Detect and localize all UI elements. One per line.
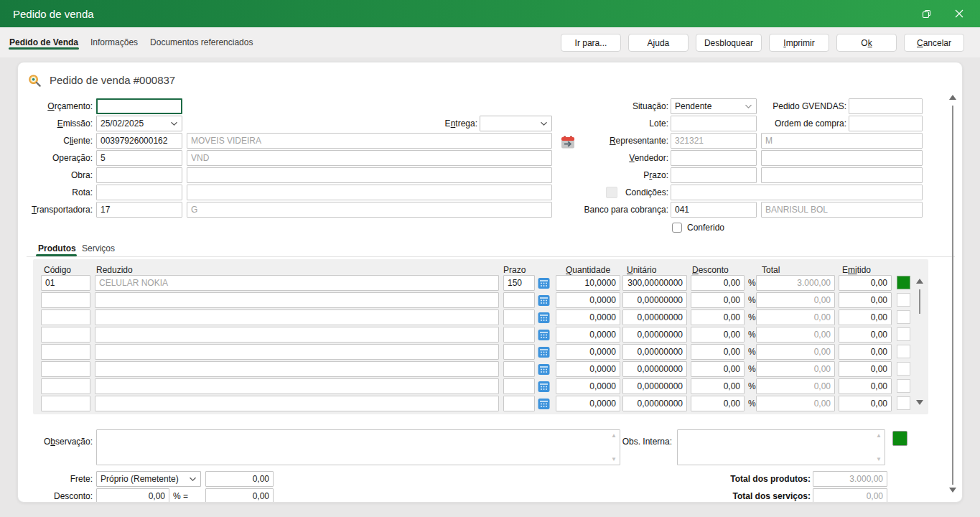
row-calendar-button[interactable]	[536, 294, 551, 307]
row-total-input[interactable]	[756, 378, 835, 394]
imprimir-button[interactable]: Imprimir	[769, 34, 829, 52]
row-desconto-input[interactable]	[691, 378, 745, 394]
row-codigo-input[interactable]	[41, 378, 90, 394]
desconto-valor-input[interactable]	[205, 488, 274, 503]
prazo-name-input[interactable]	[761, 167, 923, 183]
restore-window-button[interactable]	[910, 0, 943, 27]
orcamento-input[interactable]	[96, 98, 182, 114]
row-emitido-input[interactable]	[839, 309, 892, 325]
row-reduzido-input[interactable]	[95, 378, 499, 394]
tab-produtos[interactable]: Produtos	[38, 243, 76, 253]
desbloquear-button[interactable]: Desbloquear	[696, 34, 762, 52]
ok-button[interactable]: Ok	[836, 34, 897, 52]
representante-code-input[interactable]	[671, 133, 757, 149]
row-emitido-input[interactable]	[839, 344, 892, 360]
row-reduzido-input[interactable]	[95, 361, 499, 377]
row-total-input[interactable]	[756, 275, 835, 291]
row-total-input[interactable]	[756, 327, 835, 343]
scroll-up-icon[interactable]	[949, 95, 956, 100]
row-codigo-input[interactable]	[41, 275, 90, 291]
row-calendar-button[interactable]	[536, 397, 551, 410]
rota-code-input[interactable]	[96, 185, 182, 200]
banco-cobranca-name-input[interactable]	[761, 202, 923, 218]
frete-dropdown[interactable]: Próprio (Remetente)	[96, 471, 201, 487]
row-emitido-input[interactable]	[839, 327, 892, 343]
scroll-up-icon[interactable]: ▲	[876, 432, 882, 439]
row-prazo-input[interactable]	[503, 327, 535, 343]
row-reduzido-input[interactable]	[95, 275, 499, 291]
ir-para-button[interactable]: Ir para...	[561, 34, 621, 52]
row-unitario-input[interactable]	[622, 275, 687, 291]
row-total-input[interactable]	[756, 361, 835, 377]
total-produtos-input[interactable]	[813, 471, 887, 487]
row-quantidade-input[interactable]	[556, 344, 620, 360]
transportadora-code-input[interactable]	[96, 202, 182, 218]
cliente-code-input[interactable]	[96, 133, 182, 149]
row-prazo-input[interactable]	[503, 309, 535, 325]
emissao-dropdown[interactable]: 25/02/2025	[96, 116, 182, 131]
row-reduzido-input[interactable]	[95, 327, 499, 343]
representante-name-input[interactable]	[761, 133, 923, 149]
row-quantidade-input[interactable]	[556, 378, 620, 394]
scrollbar-thumb[interactable]	[919, 289, 920, 314]
row-unitario-input[interactable]	[622, 378, 687, 394]
row-prazo-input[interactable]	[503, 378, 535, 394]
row-quantidade-input[interactable]	[556, 275, 620, 291]
row-calendar-button[interactable]	[536, 363, 551, 376]
row-desconto-input[interactable]	[691, 396, 745, 411]
row-desconto-input[interactable]	[691, 292, 745, 308]
row-emitido-input[interactable]	[839, 275, 892, 291]
row-unitario-input[interactable]	[622, 344, 687, 360]
row-prazo-input[interactable]	[503, 344, 535, 360]
tab-informacoes[interactable]: Informações	[90, 27, 139, 57]
scroll-down-icon[interactable]	[916, 400, 923, 405]
desconto-percent-input[interactable]	[96, 488, 169, 503]
row-reduzido-input[interactable]	[95, 309, 499, 325]
vendedor-name-input[interactable]	[761, 150, 923, 166]
row-unitario-input[interactable]	[622, 309, 687, 325]
row-total-input[interactable]	[756, 344, 835, 360]
operacao-code-input[interactable]	[96, 150, 182, 166]
obra-code-input[interactable]	[96, 167, 182, 183]
row-quantidade-input[interactable]	[556, 309, 620, 325]
row-desconto-input[interactable]	[691, 327, 745, 343]
total-servicos-input[interactable]	[813, 488, 887, 503]
scroll-down-icon[interactable]	[949, 488, 956, 493]
row-prazo-input[interactable]	[503, 361, 535, 377]
row-reduzido-input[interactable]	[95, 344, 499, 360]
prazo-code-input[interactable]	[671, 167, 757, 183]
row-calendar-button[interactable]	[536, 328, 551, 341]
obs-interna-green-button[interactable]	[892, 431, 907, 446]
row-unitario-input[interactable]	[622, 327, 687, 343]
row-quantidade-input[interactable]	[556, 361, 620, 377]
frete-valor-input[interactable]	[205, 471, 274, 487]
operacao-name-input[interactable]	[187, 150, 552, 166]
row-quantidade-input[interactable]	[556, 396, 620, 411]
ajuda-button[interactable]: Ajuda	[628, 34, 689, 52]
row-calendar-button[interactable]	[536, 276, 551, 289]
rota-name-input[interactable]	[187, 185, 552, 200]
row-calendar-button[interactable]	[536, 345, 551, 358]
tab-servicos[interactable]: Serviços	[82, 243, 115, 253]
observacao-textarea[interactable]: ▲ ▼	[96, 429, 620, 465]
row-codigo-input[interactable]	[41, 327, 90, 343]
row-codigo-input[interactable]	[41, 361, 90, 377]
row-codigo-input[interactable]	[41, 344, 90, 360]
row-quantidade-input[interactable]	[556, 327, 620, 343]
row-emitido-input[interactable]	[839, 396, 892, 411]
row-codigo-input[interactable]	[41, 309, 90, 325]
transportadora-name-input[interactable]	[187, 202, 552, 218]
condicoes-input[interactable]	[671, 185, 923, 200]
row-unitario-input[interactable]	[622, 292, 687, 308]
scroll-down-icon[interactable]: ▼	[611, 456, 617, 462]
row-calendar-button[interactable]	[536, 380, 551, 393]
obra-name-input[interactable]	[187, 167, 552, 183]
scrollbar-thumb[interactable]	[952, 106, 953, 485]
row-prazo-input[interactable]	[503, 396, 535, 411]
pedido-gvendas-input[interactable]	[849, 98, 923, 114]
row-desconto-input[interactable]	[691, 309, 745, 325]
scroll-down-icon[interactable]: ▼	[876, 456, 882, 462]
cliente-name-input[interactable]	[187, 133, 552, 149]
row-emitido-input[interactable]	[839, 292, 892, 308]
row-emitido-input[interactable]	[839, 361, 892, 377]
